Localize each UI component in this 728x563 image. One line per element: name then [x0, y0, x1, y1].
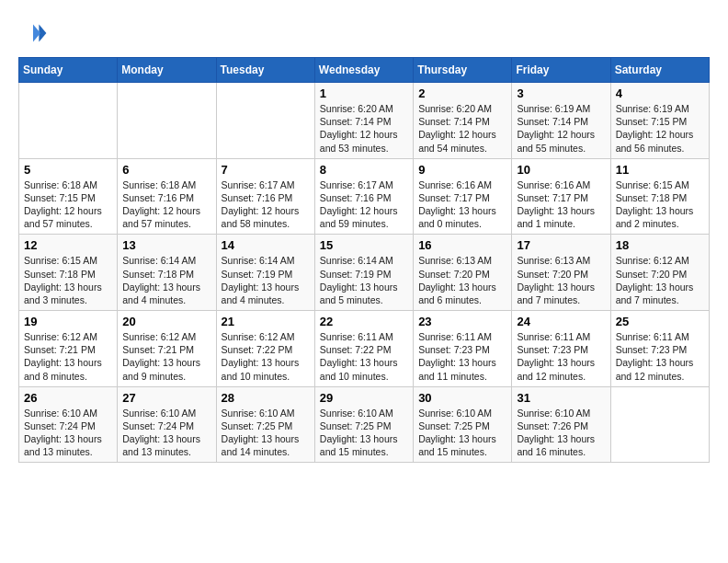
day-number: 11 — [616, 163, 704, 177]
calendar-week: 1Sunrise: 6:20 AM Sunset: 7:14 PM Daylig… — [19, 83, 710, 159]
calendar-cell: 28Sunrise: 6:10 AM Sunset: 7:25 PM Dayli… — [216, 386, 314, 463]
day-number: 8 — [320, 163, 408, 177]
day-detail: Sunrise: 6:17 AM Sunset: 7:16 PM Dayligh… — [320, 178, 408, 231]
calendar-cell: 17Sunrise: 6:13 AM Sunset: 7:20 PM Dayli… — [512, 235, 610, 311]
day-detail: Sunrise: 6:17 AM Sunset: 7:16 PM Dayligh… — [222, 178, 310, 231]
day-detail: Sunrise: 6:15 AM Sunset: 7:18 PM Dayligh… — [616, 178, 704, 231]
calendar-cell: 22Sunrise: 6:11 AM Sunset: 7:22 PM Dayli… — [314, 311, 413, 387]
day-number: 13 — [122, 238, 210, 252]
calendar-week: 5Sunrise: 6:18 AM Sunset: 7:15 PM Daylig… — [19, 158, 710, 235]
weekday-header: Friday — [512, 58, 610, 83]
weekday-header: Saturday — [610, 58, 709, 83]
day-number: 30 — [418, 391, 506, 405]
day-number: 9 — [418, 163, 506, 177]
day-detail: Sunrise: 6:20 AM Sunset: 7:14 PM Dayligh… — [320, 102, 408, 155]
day-detail: Sunrise: 6:14 AM Sunset: 7:18 PM Dayligh… — [122, 254, 210, 306]
day-detail: Sunrise: 6:11 AM Sunset: 7:22 PM Dayligh… — [320, 330, 408, 383]
day-detail: Sunrise: 6:16 AM Sunset: 7:17 PM Dayligh… — [418, 178, 506, 231]
day-number: 26 — [24, 391, 112, 405]
calendar-cell — [118, 83, 216, 159]
day-number: 6 — [122, 163, 210, 177]
calendar-cell: 15Sunrise: 6:14 AM Sunset: 7:19 PM Dayli… — [314, 235, 413, 311]
day-number: 7 — [222, 163, 310, 177]
day-number: 20 — [122, 315, 210, 328]
day-number: 1 — [320, 86, 408, 100]
weekday-header: Thursday — [414, 58, 512, 83]
calendar-cell: 29Sunrise: 6:10 AM Sunset: 7:25 PM Dayli… — [314, 386, 413, 463]
logo — [18, 18, 51, 48]
day-detail: Sunrise: 6:12 AM Sunset: 7:21 PM Dayligh… — [24, 330, 112, 383]
day-detail: Sunrise: 6:10 AM Sunset: 7:25 PM Dayligh… — [320, 407, 408, 459]
calendar-cell: 9Sunrise: 6:16 AM Sunset: 7:17 PM Daylig… — [414, 158, 512, 235]
calendar-cell — [610, 386, 709, 463]
day-number: 19 — [24, 315, 112, 328]
day-detail: Sunrise: 6:11 AM Sunset: 7:23 PM Dayligh… — [616, 330, 704, 383]
day-number: 2 — [418, 86, 506, 100]
day-detail: Sunrise: 6:11 AM Sunset: 7:23 PM Dayligh… — [517, 330, 605, 383]
day-detail: Sunrise: 6:19 AM Sunset: 7:15 PM Dayligh… — [616, 102, 704, 155]
calendar-cell: 19Sunrise: 6:12 AM Sunset: 7:21 PM Dayli… — [19, 311, 118, 387]
header-row: SundayMondayTuesdayWednesdayThursdayFrid… — [19, 58, 710, 83]
day-detail: Sunrise: 6:11 AM Sunset: 7:23 PM Dayligh… — [418, 330, 506, 383]
calendar-cell: 31Sunrise: 6:10 AM Sunset: 7:26 PM Dayli… — [512, 386, 610, 463]
day-detail: Sunrise: 6:20 AM Sunset: 7:14 PM Dayligh… — [418, 102, 506, 155]
logo-icon — [18, 18, 48, 48]
calendar-cell: 16Sunrise: 6:13 AM Sunset: 7:20 PM Dayli… — [414, 235, 512, 311]
day-detail: Sunrise: 6:10 AM Sunset: 7:24 PM Dayligh… — [122, 407, 210, 459]
day-number: 31 — [517, 391, 605, 405]
day-detail: Sunrise: 6:18 AM Sunset: 7:16 PM Dayligh… — [122, 178, 210, 231]
day-detail: Sunrise: 6:19 AM Sunset: 7:14 PM Dayligh… — [517, 102, 605, 155]
day-number: 4 — [616, 86, 704, 100]
day-number: 24 — [517, 315, 605, 328]
calendar-cell: 10Sunrise: 6:16 AM Sunset: 7:17 PM Dayli… — [512, 158, 610, 235]
day-number: 10 — [517, 163, 605, 177]
day-detail: Sunrise: 6:12 AM Sunset: 7:21 PM Dayligh… — [122, 330, 210, 383]
calendar-cell: 5Sunrise: 6:18 AM Sunset: 7:15 PM Daylig… — [19, 158, 118, 235]
day-number: 14 — [222, 238, 310, 252]
day-detail: Sunrise: 6:14 AM Sunset: 7:19 PM Dayligh… — [320, 254, 408, 306]
calendar-cell: 3Sunrise: 6:19 AM Sunset: 7:14 PM Daylig… — [512, 83, 610, 159]
calendar-cell: 11Sunrise: 6:15 AM Sunset: 7:18 PM Dayli… — [610, 158, 709, 235]
day-number: 17 — [517, 238, 605, 252]
day-number: 21 — [222, 315, 310, 328]
day-detail: Sunrise: 6:10 AM Sunset: 7:25 PM Dayligh… — [418, 407, 506, 459]
calendar-cell: 26Sunrise: 6:10 AM Sunset: 7:24 PM Dayli… — [19, 386, 118, 463]
calendar-cell — [19, 83, 118, 159]
day-detail: Sunrise: 6:15 AM Sunset: 7:18 PM Dayligh… — [24, 254, 112, 306]
calendar-cell: 25Sunrise: 6:11 AM Sunset: 7:23 PM Dayli… — [610, 311, 709, 387]
calendar-cell: 30Sunrise: 6:10 AM Sunset: 7:25 PM Dayli… — [414, 386, 512, 463]
calendar-table: SundayMondayTuesdayWednesdayThursdayFrid… — [18, 57, 710, 463]
day-detail: Sunrise: 6:13 AM Sunset: 7:20 PM Dayligh… — [517, 254, 605, 306]
calendar-week: 12Sunrise: 6:15 AM Sunset: 7:18 PM Dayli… — [19, 235, 710, 311]
calendar-cell: 2Sunrise: 6:20 AM Sunset: 7:14 PM Daylig… — [414, 83, 512, 159]
day-detail: Sunrise: 6:10 AM Sunset: 7:25 PM Dayligh… — [222, 407, 310, 459]
weekday-header: Wednesday — [314, 58, 413, 83]
calendar-cell: 4Sunrise: 6:19 AM Sunset: 7:15 PM Daylig… — [610, 83, 709, 159]
day-number: 15 — [320, 238, 408, 252]
calendar-cell: 8Sunrise: 6:17 AM Sunset: 7:16 PM Daylig… — [314, 158, 413, 235]
calendar-cell: 18Sunrise: 6:12 AM Sunset: 7:20 PM Dayli… — [610, 235, 709, 311]
weekday-header: Sunday — [19, 58, 118, 83]
weekday-header: Monday — [118, 58, 216, 83]
calendar-cell: 24Sunrise: 6:11 AM Sunset: 7:23 PM Dayli… — [512, 311, 610, 387]
calendar-cell: 1Sunrise: 6:20 AM Sunset: 7:14 PM Daylig… — [314, 83, 413, 159]
day-detail: Sunrise: 6:12 AM Sunset: 7:20 PM Dayligh… — [616, 254, 704, 306]
calendar-cell: 7Sunrise: 6:17 AM Sunset: 7:16 PM Daylig… — [216, 158, 314, 235]
day-number: 27 — [122, 391, 210, 405]
calendar-cell: 21Sunrise: 6:12 AM Sunset: 7:22 PM Dayli… — [216, 311, 314, 387]
day-number: 5 — [24, 163, 112, 177]
day-detail: Sunrise: 6:14 AM Sunset: 7:19 PM Dayligh… — [222, 254, 310, 306]
day-number: 16 — [418, 238, 506, 252]
day-detail: Sunrise: 6:12 AM Sunset: 7:22 PM Dayligh… — [222, 330, 310, 383]
day-detail: Sunrise: 6:18 AM Sunset: 7:15 PM Dayligh… — [24, 178, 112, 231]
calendar-cell: 20Sunrise: 6:12 AM Sunset: 7:21 PM Dayli… — [118, 311, 216, 387]
day-number: 22 — [320, 315, 408, 328]
day-detail: Sunrise: 6:13 AM Sunset: 7:20 PM Dayligh… — [418, 254, 506, 306]
calendar-cell: 13Sunrise: 6:14 AM Sunset: 7:18 PM Dayli… — [118, 235, 216, 311]
day-detail: Sunrise: 6:10 AM Sunset: 7:24 PM Dayligh… — [24, 407, 112, 459]
calendar-header: SundayMondayTuesdayWednesdayThursdayFrid… — [19, 58, 710, 83]
calendar-cell: 12Sunrise: 6:15 AM Sunset: 7:18 PM Dayli… — [19, 235, 118, 311]
calendar-cell: 14Sunrise: 6:14 AM Sunset: 7:19 PM Dayli… — [216, 235, 314, 311]
calendar-week: 26Sunrise: 6:10 AM Sunset: 7:24 PM Dayli… — [19, 386, 710, 463]
day-number: 25 — [616, 315, 704, 328]
